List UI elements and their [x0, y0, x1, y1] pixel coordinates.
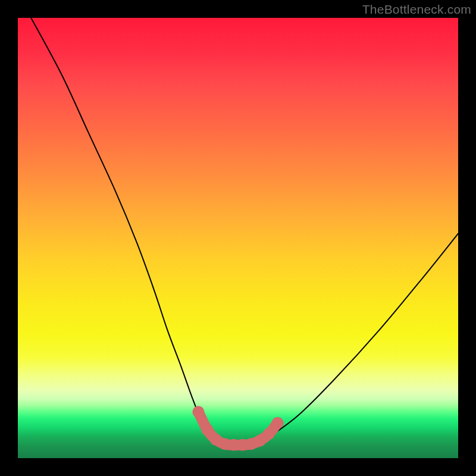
chart-svg: [18, 18, 458, 458]
chart-frame: TheBottleneck.com: [0, 0, 476, 476]
bottleneck-curve-path: [31, 18, 458, 445]
marker-dot: [201, 424, 213, 436]
marker-dot: [263, 428, 275, 440]
watermark-label: TheBottleneck.com: [362, 2, 471, 17]
marker-dot: [272, 417, 284, 429]
plot-area: [18, 18, 458, 458]
marker-dot: [192, 406, 204, 418]
marker-dots: [192, 406, 283, 451]
